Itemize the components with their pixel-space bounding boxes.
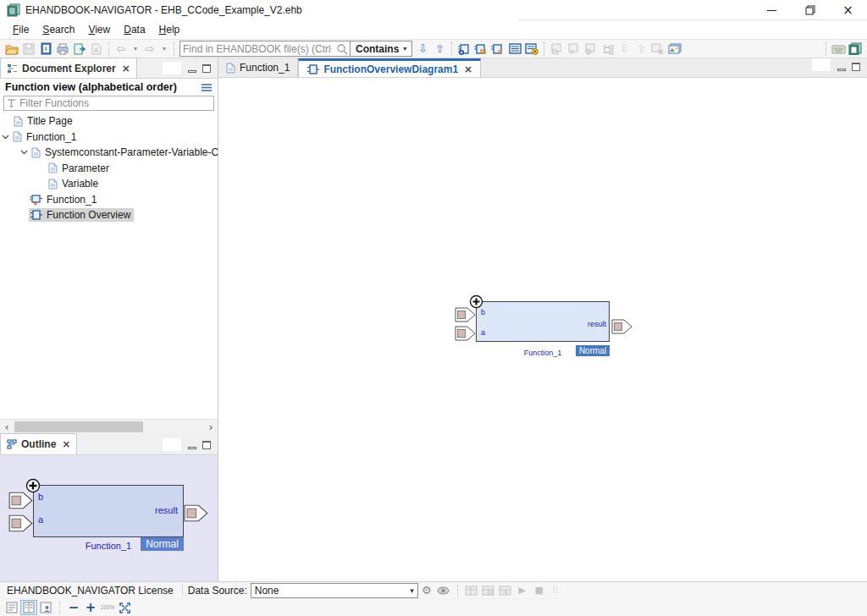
split-page-view-button[interactable] <box>20 600 37 615</box>
tree-view-icon <box>7 63 18 74</box>
menu-help[interactable]: Help <box>153 22 186 37</box>
panel-maximize-button[interactable] <box>852 63 860 71</box>
explorer-horizontal-scrollbar[interactable]: ‹ › <box>0 419 218 433</box>
zoom-reset-button[interactable]: 100% <box>99 600 116 615</box>
step-down-button[interactable]: ⇩ <box>616 41 632 58</box>
keyboard-shortcuts-button[interactable] <box>830 41 847 58</box>
navigate-forward-button[interactable]: ⇨ <box>141 41 158 58</box>
chevron-expanded-icon[interactable] <box>2 135 9 140</box>
open-file-button[interactable] <box>3 41 20 58</box>
copy-image-button[interactable] <box>666 41 683 58</box>
menu-view[interactable]: View <box>82 22 116 37</box>
function-diagram-button[interactable] <box>456 41 472 58</box>
find-previous-button[interactable]: ⇧ <box>431 41 448 58</box>
tree-item-function-1-code[interactable]: c Function_1 <box>0 192 218 208</box>
forward-history-dropdown[interactable]: ▾ <box>158 41 170 58</box>
tree-item-parameter[interactable]: Parameter <box>0 161 218 177</box>
diagram-search-button[interactable] <box>548 41 565 58</box>
chevron-down-icon: ▾ <box>403 45 406 52</box>
close-icon[interactable]: × <box>62 438 70 450</box>
tree-item-function-overview[interactable]: Function Overview <box>0 207 218 223</box>
visibility-button[interactable] <box>435 583 452 598</box>
outline-tab-strip: Outline × <box>0 433 218 455</box>
drag-grip[interactable]: ⁞⁞ <box>553 586 559 595</box>
experiment-config-button[interactable] <box>480 583 497 598</box>
scroll-left-icon[interactable]: ‹ <box>0 421 14 433</box>
diagram-find-button[interactable]: A <box>565 41 582 58</box>
input-port-b[interactable] <box>8 492 33 509</box>
settings-gear-button[interactable]: ⚙ <box>418 583 435 598</box>
scroll-right-icon[interactable]: › <box>204 421 218 433</box>
contains-dropdown[interactable]: Contains▾ <box>350 41 411 56</box>
chip-magnifier-icon <box>549 43 563 55</box>
input-label-a: a <box>481 328 485 337</box>
tab-label: Outline <box>21 438 56 450</box>
minimize-button[interactable] <box>753 0 791 20</box>
diagram-canvas[interactable]: b a result Function_1 Normal <box>218 78 867 581</box>
experiment-button[interactable] <box>463 583 480 598</box>
panel-maximize-button[interactable] <box>202 64 211 73</box>
filter-functions-input[interactable] <box>3 96 214 111</box>
export-button[interactable] <box>71 41 88 58</box>
page-with-person-view-button[interactable] <box>37 600 54 615</box>
panel-maximize-button[interactable] <box>202 441 211 449</box>
play-button[interactable]: ▶ <box>514 583 531 598</box>
menu-search[interactable]: Search <box>36 22 80 37</box>
list-icon <box>509 43 522 54</box>
menu-file[interactable]: File <box>7 22 35 37</box>
close-list-button[interactable] <box>523 41 540 58</box>
scrollbar-thumb[interactable] <box>14 421 143 432</box>
back-history-dropdown[interactable]: ▾ <box>130 41 141 58</box>
tab-outline[interactable]: Outline × <box>0 433 77 454</box>
chip-plus-icon <box>457 43 471 55</box>
output-port-result[interactable] <box>611 319 632 334</box>
tree-item-title-page[interactable]: Title Page <box>0 113 218 129</box>
tab-function-1[interactable]: Function_1 <box>218 58 298 77</box>
data-source-combobox[interactable]: None ▾ <box>251 583 418 598</box>
print-button[interactable] <box>54 41 71 58</box>
experiment-export-button[interactable] <box>497 583 514 598</box>
output-port-result[interactable] <box>184 504 208 522</box>
navigate-back-button[interactable]: ⇦ <box>113 41 130 58</box>
zoom-out-button[interactable]: − <box>65 600 82 615</box>
menu-data[interactable]: Data <box>118 22 151 37</box>
tree-item-label: Parameter <box>62 162 109 174</box>
view-menu-icon[interactable] <box>201 83 213 92</box>
panel-minimize-button[interactable] <box>837 69 846 71</box>
single-page-view-button[interactable] <box>3 600 20 615</box>
find-calibration-button[interactable]: c <box>489 41 506 58</box>
find-measurement-button[interactable]: M <box>472 41 489 58</box>
tab-document-explorer[interactable]: Document Explorer × <box>0 58 137 78</box>
tree-item-variable[interactable]: Variable <box>0 176 218 192</box>
close-icon[interactable]: × <box>122 63 130 74</box>
tree-item-systemconstant[interactable]: Systemconstant-Parameter-Variable-Cl <box>0 145 218 161</box>
step-up-button[interactable]: ⇧ <box>632 41 649 58</box>
restore-button[interactable] <box>791 0 829 20</box>
panel-minimize-button[interactable] <box>188 70 196 73</box>
stop-button[interactable]: ■ <box>531 583 548 598</box>
fit-to-screen-button[interactable] <box>116 600 133 615</box>
panel-minimize-button[interactable] <box>188 447 196 449</box>
find-input[interactable] <box>180 42 334 55</box>
tab-function-overview-diagram[interactable]: FunctionOverviewDiagram1 × <box>298 58 481 77</box>
export-pdf-button[interactable]: A <box>88 41 105 58</box>
close-icon[interactable]: × <box>464 63 472 75</box>
input-port-a[interactable] <box>455 326 476 341</box>
diagram-settings-button[interactable] <box>582 41 599 58</box>
open-handbook-button[interactable] <box>847 41 864 58</box>
show-info-button[interactable]: i <box>37 41 54 58</box>
chevron-expanded-icon[interactable] <box>20 150 28 155</box>
tree-item-function-1[interactable]: Function_1 <box>0 129 218 146</box>
close-button[interactable]: × <box>829 0 867 20</box>
document-icon <box>48 179 58 190</box>
input-port-a[interactable] <box>8 514 33 532</box>
hierarchy-button[interactable] <box>599 41 616 58</box>
remove-diagram-button[interactable] <box>649 41 666 58</box>
chevron-down-icon: ▾ <box>410 586 414 595</box>
strip-blank <box>163 62 181 74</box>
zoom-in-button[interactable]: + <box>82 600 99 615</box>
find-next-button[interactable]: ⇩ <box>414 41 431 58</box>
list-view-button[interactable] <box>506 41 523 58</box>
save-button[interactable] <box>20 41 37 58</box>
input-port-b[interactable] <box>455 307 476 322</box>
